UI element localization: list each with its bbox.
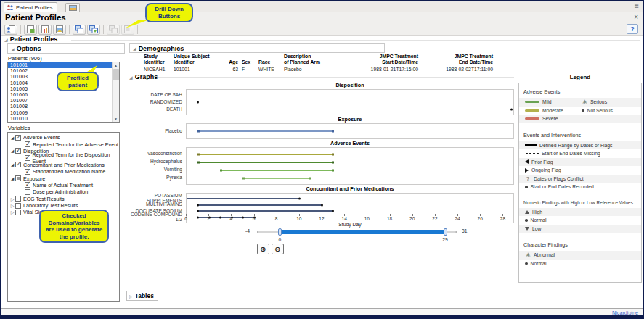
tree-expander-icon[interactable]: ▷ — [9, 203, 15, 208]
segment-start-cap — [242, 177, 245, 179]
variable-checkbox[interactable] — [25, 189, 30, 195]
variable-item[interactable]: Name of Actual Treatment — [8, 182, 119, 188]
patient-item[interactable]: 101010 — [8, 116, 119, 122]
tab-bar: Patient Profiles ≣ — [1, 1, 643, 12]
drill-down-icon-7[interactable] — [107, 25, 120, 35]
panel-menu-icon[interactable]: ≣ — [634, 3, 639, 9]
variable-item[interactable]: Standardized Medication Name — [8, 168, 119, 175]
variable-checkbox[interactable] — [15, 196, 21, 202]
chart-row — [187, 106, 513, 113]
thickline-marker-icon — [525, 144, 537, 146]
drill-down-icon-6[interactable] — [87, 25, 100, 35]
chart-row — [187, 99, 513, 106]
chart-row — [187, 125, 513, 137]
legend-item: Start or End Dates Recorded — [519, 183, 641, 191]
cell-value: NICSAH1 — [144, 67, 170, 72]
legend-section-title: Numeric Findings with High or Low Refere… — [519, 198, 641, 208]
column-header: Descriptionof Planned Arm — [284, 54, 346, 65]
outline-graphs[interactable]: ◢ Graphs — [129, 73, 158, 80]
chart-title: Exposure — [186, 115, 514, 123]
legend-item: Severe — [519, 115, 641, 123]
slider-high-handle[interactable] — [444, 228, 447, 236]
tree-expander-icon[interactable]: ◢ — [9, 176, 15, 181]
tab-journal[interactable] — [65, 3, 80, 12]
legend-item-label: High — [532, 210, 542, 215]
drill-down-icon-8[interactable] — [121, 25, 134, 35]
slider-selected-range[interactable] — [280, 230, 445, 234]
outline-tables[interactable]: ▷ Tables — [126, 291, 158, 301]
variable-checkbox[interactable] — [25, 155, 30, 161]
variable-item[interactable]: ◢Concomitant and Prior Medications — [8, 162, 119, 168]
drill-down-icon-2[interactable] — [24, 25, 37, 35]
variable-checkbox[interactable] — [15, 162, 21, 167]
outline-patient-profiles[interactable]: ◢ Patient Profiles — [4, 36, 57, 43]
variable-item[interactable]: ▷ECG Test Results — [8, 196, 119, 202]
scroll-up-icon[interactable]: ▲ — [113, 63, 119, 67]
slider-low-handle[interactable] — [278, 228, 282, 236]
dot-marker-icon — [525, 186, 528, 188]
drill-down-icon-5[interactable] — [73, 25, 86, 35]
axis-tick-label: 10 — [296, 216, 301, 221]
legend-item-label: Severe — [542, 116, 558, 121]
axis-tick-label: 18 — [387, 216, 392, 221]
drill-down-icon-3[interactable] — [38, 25, 52, 35]
legend-section-title: Adverse Events — [519, 86, 641, 98]
event-point — [510, 109, 513, 111]
tab-patient-profiles[interactable]: Patient Profiles — [4, 2, 57, 12]
legend-panel: Legend Adverse EventsMild∗SeriousModerat… — [518, 74, 642, 283]
tree-expander-icon[interactable]: ▷ — [9, 210, 15, 215]
tree-expander-icon[interactable]: ◢ — [9, 149, 15, 153]
variable-item[interactable]: ▷Laboratory Test Results — [8, 202, 119, 209]
demographics-column: Descriptionof Planned ArmPlacebo — [284, 54, 346, 72]
legend-item: Defined Range by Dates or Flags — [519, 141, 641, 150]
help-button[interactable]: ? — [627, 24, 638, 34]
zoom-in-button[interactable]: ⊕ — [257, 244, 269, 254]
variable-checkbox[interactable] — [15, 203, 21, 209]
axis-tick-label: 8 — [275, 216, 278, 221]
variable-item[interactable]: ◢Adverse Events — [8, 134, 119, 141]
outline-options[interactable]: ◢ Options — [7, 44, 125, 54]
tree-expander-icon[interactable]: ◢ — [9, 162, 15, 167]
variable-checkbox[interactable] — [25, 182, 30, 188]
tree-expander-icon[interactable]: ▷ — [9, 196, 15, 202]
variable-checkbox[interactable] — [25, 169, 30, 175]
segment-start-cap — [220, 169, 222, 171]
axis-tick-label: 16 — [364, 216, 370, 221]
variable-checkbox[interactable] — [15, 148, 21, 154]
demographics-column: RaceWHITE — [258, 54, 280, 72]
outline-demographics[interactable]: ◢ Demographics — [129, 44, 385, 53]
variable-label: Dose per Administration — [33, 188, 88, 195]
column-header: JMPC TreatmentEnd Date/Time — [422, 54, 493, 65]
toolbar-separator — [103, 25, 104, 34]
patients-listbox[interactable]: 1010011010021010031010041010051010061010… — [7, 62, 120, 123]
chart-title: Concomitant and Prior Medications — [186, 185, 514, 193]
variable-item[interactable]: ◢Exposure — [8, 175, 119, 181]
collapse-triangle-icon: ◢ — [133, 46, 136, 51]
variable-checkbox[interactable] — [15, 210, 21, 215]
demographics-column: Age63 — [224, 54, 238, 72]
variable-item[interactable]: Reported Term for the Adverse Event — [8, 141, 119, 147]
variable-item[interactable]: Reported Term for the Disposition Event — [8, 154, 119, 161]
line-marker-icon — [525, 117, 539, 120]
variable-checkbox[interactable] — [25, 141, 30, 147]
scrollbar-thumb[interactable] — [113, 69, 119, 80]
scroll-down-icon[interactable]: ▼ — [113, 117, 119, 121]
page-title: Patient Profiles — [5, 13, 66, 22]
question-marker-icon: ? — [525, 175, 531, 182]
listbox-scrollbar[interactable]: ▲ ▼ — [112, 62, 119, 122]
axis-tick-label: 6 — [253, 216, 256, 221]
zoom-out-button[interactable]: ⊖ — [272, 244, 284, 254]
variable-checkbox[interactable] — [15, 135, 21, 141]
drill-down-icon-4[interactable] — [53, 25, 66, 35]
legend-section-title: Events and Interventions — [519, 130, 641, 141]
variable-item[interactable]: Dose per Administration — [8, 188, 119, 195]
timeline-segment — [198, 210, 333, 212]
legend-item: Ongoing Flag — [519, 166, 641, 175]
close-icon[interactable]: × — [634, 14, 638, 21]
divider — [71, 40, 640, 41]
drill-down-icon-1[interactable] — [4, 25, 17, 35]
variable-checkbox[interactable] — [15, 175, 21, 181]
tree-expander-icon[interactable]: ◢ — [9, 136, 15, 140]
chart-ylabel: POTASSIUM SUPPLEMENTS — [129, 195, 186, 202]
axis-label: Study Day — [186, 222, 514, 227]
